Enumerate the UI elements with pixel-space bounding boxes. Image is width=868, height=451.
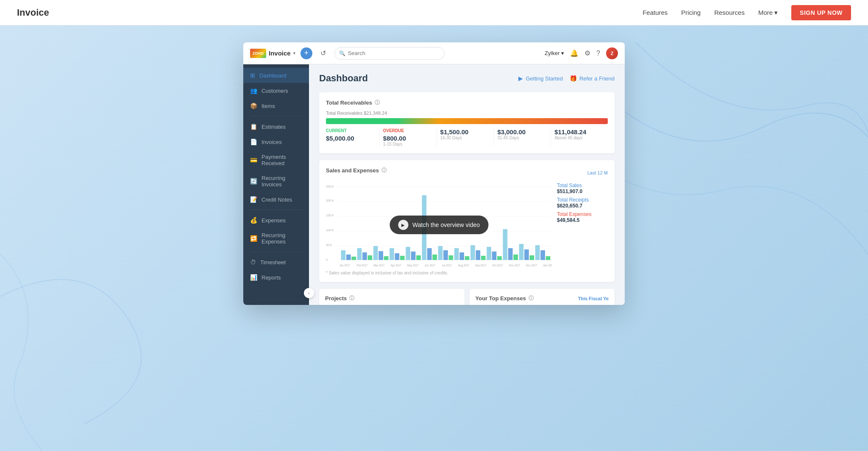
org-dropdown-icon: ▾ [561, 50, 564, 56]
site-logo: Invoice [17, 7, 49, 18]
svg-rect-47 [530, 255, 534, 260]
refer-friend-btn[interactable]: 🎁 Refer a Friend [570, 75, 615, 82]
svg-rect-24 [406, 247, 410, 260]
add-button[interactable]: + [300, 47, 312, 59]
app-layout: ⊞ Dashboard 👥 Customers 📦 Items 📋 Es [243, 64, 625, 305]
svg-text:250 K: 250 K [326, 185, 334, 189]
sidebar-item-customers[interactable]: 👥 Customers [243, 83, 309, 98]
sidebar-item-invoices[interactable]: 📄 Invoices [243, 134, 309, 149]
zoho-logo: ZOHO [250, 49, 266, 58]
svg-rect-38 [481, 256, 486, 260]
sidebar-label-recurring-invoices: Recurring Invoices [262, 175, 302, 188]
svg-rect-15 [357, 248, 362, 260]
top-nav-links: Features Pricing Resources More ▾ SIGN U… [643, 5, 851, 20]
sidebar-item-estimates[interactable]: 📋 Estimates [243, 119, 309, 134]
help-icon[interactable]: ? [596, 50, 600, 57]
svg-rect-26 [416, 255, 421, 260]
dashboard-header-actions: ▶ Getting Started 🎁 Refer a Friend [518, 75, 615, 82]
gift-icon: 🎁 [570, 75, 577, 82]
sidebar-item-expenses[interactable]: 💰 Expenses [243, 213, 309, 228]
svg-text:150 K: 150 K [326, 213, 334, 218]
main-content: Dashboard ▶ Getting Started 🎁 Refer a Fr… [309, 64, 625, 305]
svg-rect-37 [476, 250, 481, 260]
sidebar-divider-2 [250, 210, 302, 210]
customers-icon: 👥 [250, 87, 257, 94]
top-expenses-info-icon[interactable]: ⓘ [529, 295, 534, 302]
nav-features[interactable]: Features [643, 9, 668, 16]
invoices-icon: 📄 [250, 138, 257, 145]
sidebar-item-credit-notes[interactable]: 📝 Credit Notes [243, 192, 309, 207]
svg-rect-19 [378, 251, 383, 260]
sidebar-label-dashboard: Dashboard [259, 72, 287, 79]
reports-icon: 📊 [250, 274, 257, 281]
sales-info-icon[interactable]: ⓘ [381, 167, 387, 174]
sidebar-item-dashboard[interactable]: ⊞ Dashboard [243, 68, 309, 83]
dashboard-icon: ⊞ [250, 72, 255, 79]
recv-amount-45plus: $11,048.24 [554, 128, 604, 136]
svg-text:0: 0 [326, 258, 328, 262]
svg-text:Nov 2017: Nov 2017 [509, 264, 520, 267]
nav-resources[interactable]: Resources [714, 9, 745, 16]
notifications-icon[interactable]: 🔔 [570, 49, 579, 57]
search-bar: 🔍 [334, 47, 445, 60]
sidebar-item-recurring-invoices[interactable]: 🔄 Recurring Invoices [243, 171, 309, 192]
signup-button[interactable]: SIGN UP NOW [791, 5, 851, 20]
receivables-info-icon[interactable]: ⓘ [375, 99, 380, 106]
app-dropdown-icon[interactable]: ▾ [293, 51, 295, 55]
total-receivables-card: Total Receivables ⓘ Total Receivables $2… [319, 92, 615, 153]
play-icon: ▶ [398, 220, 408, 230]
sidebar-label-credit-notes: Credit Notes [262, 196, 292, 203]
receivables-total-label: Total Receivables $21,348.24 [326, 111, 608, 116]
total-receipts-value: $620,650.7 [557, 203, 608, 209]
sidebar-divider-3 [250, 252, 302, 252]
dashboard-header: Dashboard ▶ Getting Started 🎁 Refer a Fr… [319, 73, 615, 84]
top-navigation: Invoice Features Pricing Resources More … [0, 0, 868, 25]
nav-more[interactable]: More ▾ [758, 9, 778, 17]
recv-col-current: CURRENT $5,000.00 [326, 128, 380, 147]
svg-text:100 K: 100 K [326, 228, 334, 232]
top-expenses-card: Your Top Expenses ⓘ This Fiscal Ye [470, 289, 615, 305]
total-receipts-label: Total Receipts [557, 197, 608, 203]
svg-rect-45 [519, 244, 524, 260]
sales-expenses-card: Sales and Expenses ⓘ Last 12 M 250 K 200… [319, 160, 615, 282]
sidebar-collapse-button[interactable]: ‹ [304, 288, 314, 298]
topbar-right: Zylker ▾ 🔔 ⚙ ? Z [545, 47, 618, 59]
video-overlay-btn[interactable]: ▶ Watch the overview video [389, 216, 488, 234]
user-avatar[interactable]: Z [606, 47, 618, 59]
svg-rect-22 [395, 253, 400, 260]
settings-icon[interactable]: ⚙ [584, 49, 590, 57]
org-name[interactable]: Zylker ▾ [545, 50, 564, 56]
sidebar-item-timesheet[interactable]: ⏱ Timesheet [243, 255, 309, 270]
sidebar-label-invoices: Invoices [262, 139, 282, 145]
svg-rect-21 [389, 248, 394, 260]
top-expenses-title: Your Top Expenses ⓘ This Fiscal Ye [476, 295, 609, 302]
projects-info-icon[interactable]: ⓘ [349, 295, 354, 302]
recv-col-16-30: $1,500.00 16-30 Days [437, 128, 494, 147]
svg-rect-33 [454, 248, 459, 260]
app-topbar: ZOHO Invoice ▾ + ↺ 🔍 Zylker [243, 42, 625, 64]
svg-text:Dec 2017: Dec 2017 [526, 264, 537, 267]
sidebar-item-reports[interactable]: 📊 Reports [243, 270, 309, 285]
svg-text:Jun 2017: Jun 2017 [424, 264, 435, 267]
svg-text:Feb 2017: Feb 2017 [356, 264, 368, 267]
app-logo-area: ZOHO Invoice ▾ [250, 49, 295, 58]
search-input[interactable] [348, 50, 440, 56]
total-expenses-value: $49,584.5 [557, 217, 608, 223]
sidebar-item-items[interactable]: 📦 Items [243, 98, 309, 113]
sidebar-item-payments[interactable]: 💳 Payments Received [243, 149, 309, 171]
recv-days-45plus: Above 45 days [554, 136, 604, 140]
sidebar: ⊞ Dashboard 👥 Customers 📦 Items 📋 Es [243, 64, 309, 305]
projects-title: Projects ⓘ [325, 295, 459, 302]
svg-rect-14 [351, 257, 356, 260]
total-expenses-label: Total Expenses [557, 211, 608, 217]
svg-rect-49 [540, 250, 545, 260]
getting-started-btn[interactable]: ▶ Getting Started [518, 75, 562, 82]
svg-text:50 K: 50 K [326, 243, 332, 247]
history-button[interactable]: ↺ [317, 47, 329, 59]
svg-rect-42 [503, 229, 508, 260]
svg-rect-18 [373, 246, 378, 260]
svg-rect-35 [465, 256, 470, 260]
sidebar-item-recurring-expenses[interactable]: 🔁 Recurring Expenses [243, 228, 309, 249]
nav-pricing[interactable]: Pricing [681, 9, 701, 16]
recv-days-31-45: 31-45 Days [497, 136, 547, 140]
